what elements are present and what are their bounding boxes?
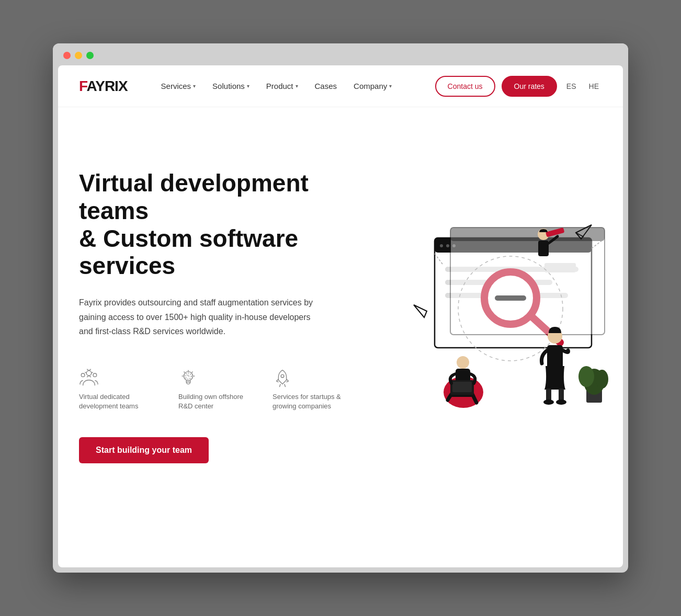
features-list: Virtual dedicated development teams — [79, 364, 351, 411]
logo[interactable]: FAYRIX — [79, 78, 128, 95]
svg-point-1 — [81, 373, 85, 377]
maximize-button[interactable] — [86, 52, 94, 59]
svg-point-2 — [93, 373, 97, 377]
svg-point-17 — [281, 374, 284, 378]
feature-item-rd: Building own offshore R&D center — [178, 364, 252, 411]
chevron-down-icon: ▾ — [389, 83, 392, 89]
nav-item-solutions[interactable]: Solutions ▾ — [205, 77, 257, 95]
svg-point-16 — [185, 373, 191, 379]
bulb-icon — [178, 364, 252, 388]
contact-us-button[interactable]: Contact us — [435, 76, 495, 97]
feature-item-teams: Virtual dedicated development teams — [79, 364, 157, 411]
start-building-button[interactable]: Start building your team — [79, 437, 209, 463]
hero-right — [372, 217, 612, 416]
svg-line-13 — [184, 372, 185, 373]
svg-point-44 — [556, 400, 566, 405]
svg-rect-20 — [440, 244, 443, 247]
chevron-down-icon: ▾ — [193, 83, 196, 89]
our-rates-button[interactable]: Our rates — [502, 76, 557, 97]
hero-illustration — [372, 217, 612, 416]
nav-item-product[interactable]: Product ▾ — [259, 77, 305, 95]
svg-rect-37 — [452, 382, 472, 392]
close-button[interactable] — [63, 52, 71, 59]
svg-line-4 — [89, 369, 91, 371]
svg-line-5 — [87, 375, 89, 377]
feature-label-startups: Services for startups & growing companie… — [273, 392, 351, 411]
chevron-down-icon: ▾ — [296, 83, 298, 89]
svg-point-47 — [578, 366, 594, 387]
nav-links: Services ▾ Solutions ▾ Product ▾ Cases C… — [154, 77, 425, 95]
svg-line-12 — [192, 372, 193, 373]
lang-he[interactable]: HE — [586, 80, 602, 93]
team-icon — [79, 364, 157, 388]
lang-es[interactable]: ES — [563, 80, 580, 93]
hero-left: Virtual development teams & Custom softw… — [79, 169, 351, 464]
hero-section: Virtual development teams & Custom softw… — [58, 107, 623, 536]
feature-label-teams: Virtual dedicated development teams — [79, 392, 157, 411]
svg-rect-49 — [538, 241, 549, 256]
browser-chrome — [53, 43, 628, 59]
svg-point-43 — [543, 400, 554, 405]
navbar: FAYRIX Services ▾ Solutions ▾ Product ▾ … — [58, 65, 623, 107]
svg-rect-38 — [449, 395, 475, 397]
feature-item-startups: Services for startups & growing companie… — [273, 364, 351, 411]
svg-line-3 — [87, 369, 89, 371]
svg-rect-30 — [450, 227, 605, 335]
rocket-icon — [273, 364, 351, 388]
hero-title: Virtual development teams & Custom softw… — [79, 169, 351, 280]
nav-right: Contact us Our rates ES HE — [435, 76, 602, 97]
nav-item-services[interactable]: Services ▾ — [154, 77, 203, 95]
hero-description: Fayrix provides outsourcing and staff au… — [79, 295, 320, 338]
svg-rect-21 — [446, 244, 449, 247]
svg-line-6 — [89, 375, 91, 377]
browser-window: FAYRIX Services ▾ Solutions ▾ Product ▾ … — [53, 43, 628, 573]
svg-point-35 — [457, 356, 469, 369]
nav-item-company[interactable]: Company ▾ — [346, 77, 399, 95]
feature-label-rd: Building own offshore R&D center — [178, 392, 252, 411]
svg-point-48 — [596, 370, 608, 389]
nav-item-cases[interactable]: Cases — [308, 77, 345, 95]
minimize-button[interactable] — [75, 52, 82, 59]
browser-content: FAYRIX Services ▾ Solutions ▾ Product ▾ … — [58, 65, 623, 567]
chevron-down-icon: ▾ — [247, 83, 249, 89]
svg-point-0 — [86, 371, 92, 376]
